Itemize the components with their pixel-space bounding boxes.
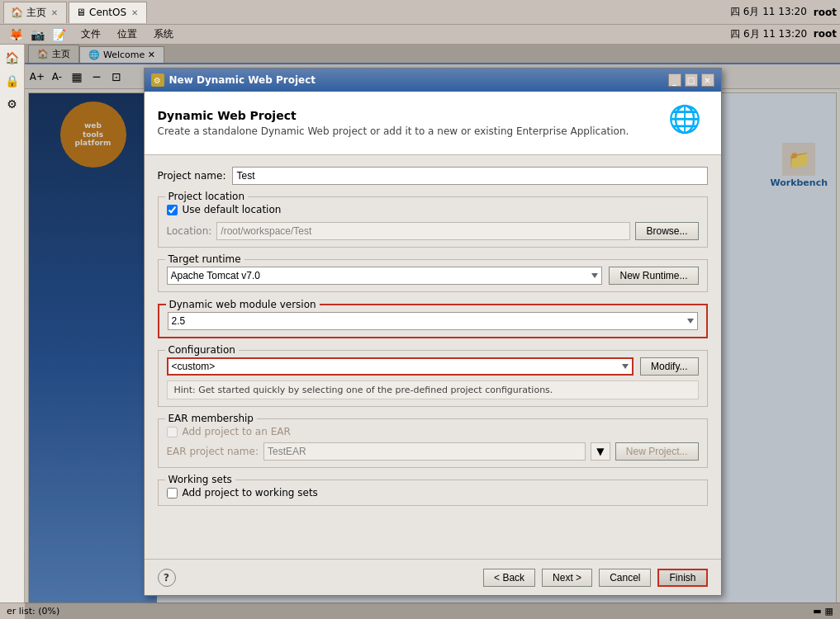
menubar-time-right: 四 6月 11 13:20 root	[730, 27, 837, 41]
dialog-new-web-project: ⚙ New Dynamic Web Project _ □ ✕ Dynamic …	[144, 68, 722, 596]
browse-button[interactable]: Browse...	[635, 222, 698, 240]
sidebar-icon-lock[interactable]: 🔒	[2, 71, 22, 91]
user-display: root	[814, 28, 837, 40]
ear-project-name-input[interactable]	[263, 442, 586, 461]
project-location-title: Project location	[165, 191, 248, 202]
dialog-titlebar: ⚙ New Dynamic Web Project _ □ ✕	[145, 69, 721, 92]
project-name-input[interactable]	[232, 167, 707, 185]
menubar: 🦊 📷 📝 文件 位置 系统 四 6月 11 13:20 root	[0, 25, 840, 45]
dialog-title-icon: ⚙	[151, 73, 164, 87]
taskbar-user: root	[814, 7, 837, 18]
dialog-header-text: Dynamic Web Project Create a standalone …	[158, 109, 668, 137]
working-sets-group: Working sets Add project to working sets	[158, 480, 708, 506]
target-runtime-row: Apache Tomcat v7.0 New Runtime...	[167, 267, 699, 285]
sidebar-icon-settings[interactable]: ⚙	[2, 94, 22, 114]
ear-project-row: EAR project name: ▼ New Project...	[167, 442, 699, 461]
location-input[interactable]	[216, 222, 630, 240]
ear-membership-group: EAR membership Add project to an EAR EAR…	[158, 418, 708, 468]
help-button[interactable]: ?	[158, 569, 176, 587]
finish-button[interactable]: Finish	[657, 569, 707, 587]
dialog-footer: ? < Back Next > Cancel Finish	[145, 559, 721, 595]
ear-dropdown-icon[interactable]: ▼	[591, 442, 610, 461]
modify-button[interactable]: Modify...	[640, 357, 698, 376]
add-to-ear-label: Add project to an EAR	[183, 426, 291, 437]
back-button[interactable]: < Back	[483, 569, 535, 587]
dialog-body: Project name: Project location Use defau…	[145, 155, 721, 559]
add-working-sets-row: Add project to working sets	[167, 487, 699, 499]
menu-system[interactable]: 系统	[150, 26, 177, 43]
module-version-select[interactable]: 2.5 3.0	[168, 312, 698, 330]
taskbar-tabs: 🏠 主页 ✕ 🖥 CentOS ✕	[3, 2, 147, 23]
configuration-row: <custom> Modify...	[167, 357, 699, 376]
dialog-maximize-btn[interactable]: □	[685, 73, 698, 87]
camera-icon[interactable]: 📷	[28, 26, 46, 44]
centos-icon: 🖥	[76, 7, 86, 18]
tab-centos[interactable]: 🖥 CentOS ✕	[69, 2, 147, 23]
add-working-sets-label: Add project to working sets	[183, 487, 318, 499]
project-name-row: Project name:	[158, 167, 708, 185]
tab-centos-label: CentOS	[89, 7, 126, 18]
configuration-group: Configuration <custom> Modify... Hint: G…	[158, 350, 708, 407]
project-name-label: Project name:	[158, 170, 226, 182]
project-location-group: Project location Use default location Lo…	[158, 196, 708, 248]
dialog-close-btn[interactable]: ✕	[701, 73, 714, 87]
location-label: Location:	[167, 225, 212, 237]
sidebar: 🏠 🔒 ⚙	[0, 45, 25, 619]
module-version-row: 2.5 3.0	[168, 312, 698, 330]
use-default-label: Use default location	[183, 204, 282, 215]
dialog-header-desc: Create a standalone Dynamic Web project …	[158, 125, 668, 137]
tab-centos-close[interactable]: ✕	[130, 7, 140, 17]
new-runtime-button[interactable]: New Runtime...	[609, 267, 698, 285]
eclipse-content: 🏠 主页 🌐 Welcome ✕ A+ A- ▦ ─ ⊡ webtoolspla…	[25, 45, 840, 619]
menu-file[interactable]: 文件	[78, 26, 104, 43]
menu-places[interactable]: 位置	[114, 26, 140, 43]
ear-membership-title: EAR membership	[165, 413, 257, 424]
main-area: 🏠 🔒 ⚙ 🏠 主页 🌐 Welcome ✕ A+ A- ▦ ─ ⊡	[0, 45, 840, 619]
sidebar-icon-home[interactable]: 🏠	[2, 48, 22, 68]
target-runtime-title: Target runtime	[165, 253, 244, 265]
target-runtime-select[interactable]: Apache Tomcat v7.0	[167, 267, 603, 285]
taskbar-right: 四 6月 11 13:20 root	[730, 5, 837, 19]
menubar-icons: 🦊 📷 📝	[7, 26, 68, 44]
dialog-header-icon: 🌐	[668, 103, 708, 143]
new-project-button[interactable]: New Project...	[615, 442, 699, 461]
dialog-controls: _ □ ✕	[668, 73, 714, 87]
module-version-title: Dynamic web module version	[166, 299, 320, 310]
add-to-ear-row: Add project to an EAR	[167, 426, 699, 437]
use-default-checkbox[interactable]	[167, 205, 178, 215]
hint-text: Hint: Get started quickly by selecting o…	[167, 380, 699, 399]
configuration-select[interactable]: <custom>	[167, 357, 634, 376]
tab-home-label: 主页	[26, 6, 46, 20]
configuration-title: Configuration	[165, 344, 239, 356]
dialog-header-title: Dynamic Web Project	[158, 109, 668, 122]
target-runtime-group: Target runtime Apache Tomcat v7.0 New Ru…	[158, 259, 708, 292]
clock-display: 四 6月 11 13:20	[730, 28, 807, 40]
home-icon: 🏠	[11, 7, 23, 18]
dialog-minimize-btn[interactable]: _	[668, 73, 681, 87]
working-sets-title: Working sets	[165, 474, 235, 485]
firefox-icon[interactable]: 🦊	[7, 26, 25, 44]
location-row: Location: Browse...	[167, 222, 699, 240]
module-version-group: Dynamic web module version 2.5 3.0	[158, 304, 708, 338]
tab-home[interactable]: 🏠 主页 ✕	[3, 2, 67, 23]
dialog-title-text: New Dynamic Web Project	[169, 74, 668, 86]
cancel-button[interactable]: Cancel	[599, 569, 651, 587]
text-editor-icon[interactable]: 📝	[50, 26, 68, 44]
taskbar-time: 四 6月 11 13:20	[730, 5, 807, 19]
add-working-sets-checkbox[interactable]	[167, 488, 178, 499]
add-to-ear-checkbox[interactable]	[167, 427, 178, 437]
tab-home-close[interactable]: ✕	[50, 7, 59, 17]
use-default-row: Use default location	[167, 204, 699, 215]
taskbar-top: 🏠 主页 ✕ 🖥 CentOS ✕ 四 6月 11 13:20 root	[0, 0, 840, 25]
next-button[interactable]: Next >	[542, 569, 592, 587]
ear-project-name-label: EAR project name:	[167, 446, 259, 457]
dialog-overlay: ⚙ New Dynamic Web Project _ □ ✕ Dynamic …	[25, 45, 840, 619]
dialog-header: Dynamic Web Project Create a standalone …	[145, 92, 721, 155]
